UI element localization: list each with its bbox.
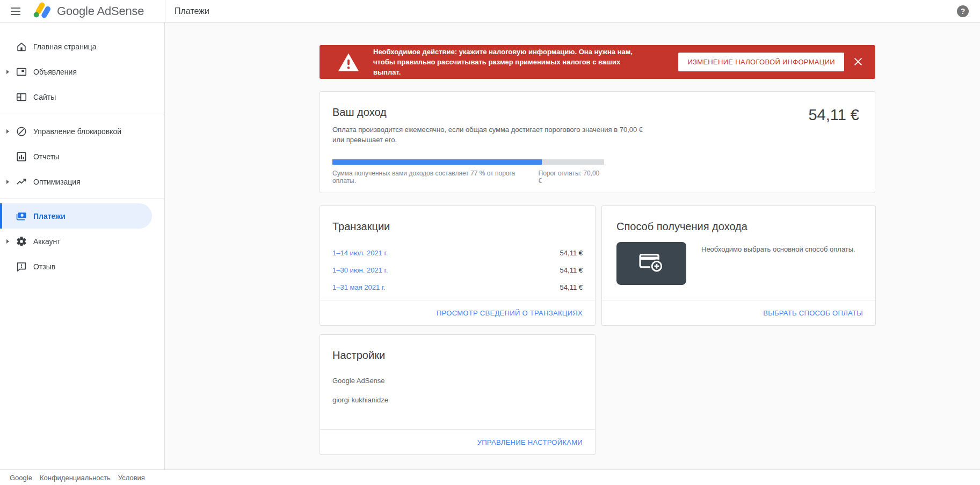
sidebar-divider: [0, 199, 164, 199]
page-footer: Google Конфиденциальность Условия: [0, 469, 980, 485]
transactions-card: Транзакции 1–14 июл. 2021 г. 54,11 € 1–3…: [320, 205, 596, 326]
gear-icon: [15, 235, 28, 248]
sidebar-item-label: Сайты: [33, 93, 56, 101]
header-divider: [165, 0, 165, 23]
sidebar-item-label: Отчеты: [33, 152, 59, 161]
sidebar-item-sites[interactable]: Сайты: [0, 84, 164, 109]
app-header: Google AdSense Платежи ?: [0, 0, 980, 23]
transaction-row: 1–14 июл. 2021 г. 54,11 €: [332, 244, 583, 261]
trending-up-icon: [15, 175, 28, 188]
privacy-link[interactable]: Конфиденциальность: [40, 474, 111, 482]
manage-settings-link[interactable]: УПРАВЛЕНИЕ НАСТРОЙКАМИ: [477, 438, 583, 446]
payment-method-message: Необходимо выбрать основной способ оплат…: [701, 245, 855, 285]
income-amount: 54,11 €: [808, 106, 859, 124]
expand-arrow-icon[interactable]: [0, 239, 15, 244]
footer-google-brand: Google: [10, 474, 32, 482]
main-content: Необходимое действие: укажите налоговую …: [165, 23, 980, 469]
transactions-list: 1–14 июл. 2021 г. 54,11 € 1–30 июн. 2021…: [332, 244, 583, 296]
reports-icon: [15, 150, 28, 163]
close-icon[interactable]: [853, 56, 863, 67]
choose-payment-method-link[interactable]: ВЫБРАТЬ СПОСОБ ОПЛАТЫ: [763, 309, 863, 317]
payment-threshold-progress: Сумма полученных вами доходов составляет…: [332, 159, 604, 185]
view-transactions-link[interactable]: ПРОСМОТР СВЕДЕНИЙ О ТРАНЗАКЦИЯХ: [437, 309, 583, 317]
sidebar-item-payments[interactable]: Платежи: [0, 203, 152, 229]
transaction-amount: 54,11 €: [560, 283, 583, 291]
warning-icon: [337, 52, 360, 72]
sites-icon: [15, 91, 28, 104]
sidebar-item-optimization[interactable]: Оптимизация: [0, 169, 164, 194]
settings-product-name: Google AdSense: [332, 377, 583, 385]
settings-card-footer: УПРАВЛЕНИЕ НАСТРОЙКАМИ: [320, 429, 595, 454]
settings-user-name: giorgi kukhianidze: [332, 396, 583, 404]
progress-fill: [332, 159, 542, 165]
sidebar-divider: [0, 114, 164, 114]
home-icon: [15, 40, 28, 53]
adsense-logo-icon: [32, 1, 52, 21]
terms-link[interactable]: Условия: [118, 474, 145, 482]
sidebar-item-blocking-controls[interactable]: Управление блокировкой: [0, 119, 164, 144]
alert-message: Необходимое действие: укажите налоговую …: [373, 47, 644, 77]
brand-text: Google AdSense: [57, 4, 144, 18]
income-card-title: Ваш доход: [332, 106, 859, 119]
sidebar-item-reports[interactable]: Отчеты: [0, 144, 164, 169]
sidebar-item-home[interactable]: Главная страница: [0, 34, 164, 59]
ads-icon: [15, 65, 28, 78]
transactions-card-title: Транзакции: [332, 221, 583, 233]
payment-method-card: Способ получения дохода Необходимо выбра…: [601, 205, 876, 326]
edit-tax-info-button[interactable]: ИЗМЕНЕНИЕ НАЛОГОВОЙ ИНФОРМАЦИИ: [678, 53, 844, 71]
sidebar-item-label: Объявления: [33, 68, 77, 76]
progress-track: [332, 159, 604, 165]
add-payment-method-tile[interactable]: [616, 242, 686, 285]
sidebar-item-label: Главная страница: [33, 42, 97, 51]
settings-card-title: Настройки: [332, 349, 583, 362]
payments-icon: [15, 210, 28, 223]
transaction-period-link[interactable]: 1–30 июн. 2021 г.: [332, 266, 388, 274]
add-card-icon: [636, 251, 666, 276]
transaction-period-link[interactable]: 1–14 июл. 2021 г.: [332, 249, 388, 257]
threshold-caption: Порог оплаты: 70,00 €: [539, 170, 604, 185]
adsense-logo[interactable]: Google AdSense: [32, 1, 144, 21]
payment-method-card-footer: ВЫБРАТЬ СПОСОБ ОПЛАТЫ: [602, 300, 875, 325]
transaction-amount: 54,11 €: [560, 249, 583, 257]
menu-icon[interactable]: [4, 0, 27, 23]
page-title: Платежи: [175, 6, 209, 16]
transaction-amount: 54,11 €: [560, 266, 583, 274]
tax-alert-banner: Необходимое действие: укажите налоговую …: [320, 45, 875, 79]
help-icon[interactable]: ?: [957, 5, 969, 17]
transaction-period-link[interactable]: 1–31 мая 2021 г.: [332, 283, 386, 291]
transactions-card-footer: ПРОСМОТР СВЕДЕНИЙ О ТРАНЗАКЦИЯХ: [320, 300, 595, 325]
expand-arrow-icon[interactable]: [0, 129, 15, 134]
sidebar-item-label: Оптимизация: [33, 178, 81, 186]
sidebar-item-feedback[interactable]: Отзыв: [0, 254, 164, 279]
sidebar-item-account[interactable]: Аккаунт: [0, 229, 164, 254]
progress-caption: Сумма полученных вами доходов составляет…: [332, 170, 539, 185]
block-icon: [15, 125, 28, 138]
expand-arrow-icon[interactable]: [0, 70, 15, 74]
sidebar-item-ads[interactable]: Объявления: [0, 59, 164, 84]
sidebar-item-label: Управление блокировкой: [33, 127, 121, 136]
settings-card: Настройки Google AdSense giorgi kukhiani…: [320, 334, 596, 455]
income-description: Оплата производится ежемесячно, если общ…: [332, 124, 655, 145]
payment-method-card-title: Способ получения дохода: [616, 221, 861, 233]
sidebar: Главная страница Объявления Сайты Управл…: [0, 23, 165, 469]
transaction-row: 1–30 июн. 2021 г. 54,11 €: [332, 261, 583, 278]
sidebar-item-label: Аккаунт: [33, 237, 61, 246]
feedback-icon: [15, 260, 28, 273]
sidebar-item-label: Отзыв: [33, 262, 55, 271]
income-card: Ваш доход Оплата производится ежемесячно…: [320, 91, 875, 193]
transaction-row: 1–31 мая 2021 г. 54,11 €: [332, 278, 583, 296]
sidebar-item-label: Платежи: [33, 212, 66, 221]
expand-arrow-icon[interactable]: [0, 180, 15, 184]
